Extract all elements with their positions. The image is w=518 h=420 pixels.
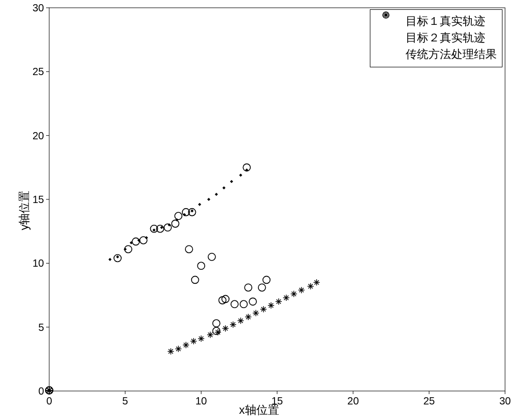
x-tick-label: 15	[271, 395, 283, 407]
svg-point-112	[213, 320, 220, 327]
y-tick-label: 15	[33, 194, 44, 206]
x-tick-label: 20	[348, 395, 359, 407]
svg-point-116	[240, 300, 247, 308]
svg-point-110	[208, 253, 215, 260]
series-origin	[46, 387, 53, 394]
legend-item: 传统方法处理结果	[375, 46, 497, 63]
y-tick-label: 5	[38, 321, 44, 333]
y-tick-label: 25	[33, 66, 44, 78]
x-tick-label: 10	[195, 395, 207, 407]
series-circle	[114, 164, 270, 335]
x-tick-label: 0	[46, 395, 52, 407]
legend-label: 传统方法处理结果	[406, 47, 497, 62]
svg-point-140	[383, 12, 389, 18]
svg-point-108	[192, 276, 199, 283]
x-tick-label: 5	[122, 395, 128, 407]
series-asterisk	[168, 279, 320, 354]
svg-point-98	[140, 237, 147, 244]
y-tick-label: 30	[33, 2, 44, 14]
legend-label: 目标１真实轨迹	[406, 13, 485, 29]
x-tick-label: 25	[423, 395, 435, 407]
svg-point-115	[231, 300, 238, 308]
svg-point-120	[263, 276, 270, 283]
legend: 目标１真实轨迹 目标２真实轨迹 传统方法处理结果	[370, 9, 502, 67]
y-tick-label: 10	[33, 257, 44, 269]
svg-point-103	[175, 212, 182, 220]
svg-point-97	[132, 238, 139, 245]
y-axis-label: y轴位置	[17, 190, 32, 230]
chart-container: x轴位置 y轴位置 目标１真实轨迹 目标２真实轨迹 传统方法处理结果 05101…	[0, 0, 518, 420]
svg-point-109	[197, 262, 205, 269]
svg-point-102	[171, 220, 179, 227]
svg-point-119	[258, 284, 266, 291]
svg-point-117	[244, 284, 252, 291]
svg-point-107	[185, 245, 193, 253]
y-tick-label: 0	[38, 385, 44, 397]
y-tick-label: 20	[33, 129, 44, 141]
x-tick-label: 30	[499, 395, 511, 407]
legend-item: 目标２真实轨迹	[375, 30, 497, 46]
svg-point-118	[249, 298, 256, 305]
series-dot	[108, 168, 248, 261]
legend-label: 目标２真实轨迹	[406, 30, 485, 46]
